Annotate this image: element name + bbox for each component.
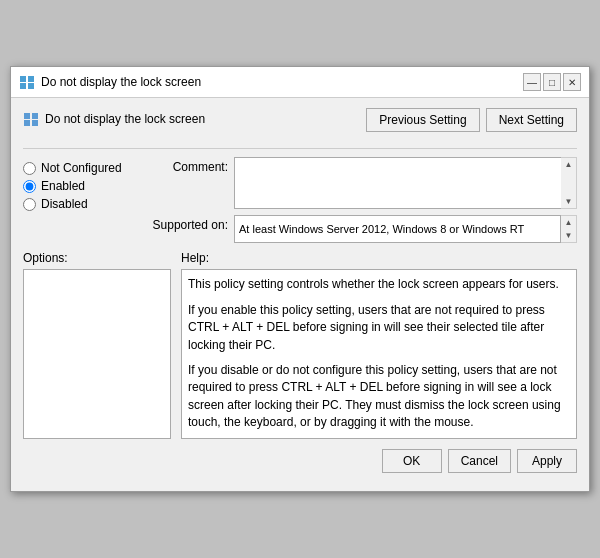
cancel-button[interactable]: Cancel	[448, 449, 511, 473]
form-section: Not Configured Enabled Disabled Comment:	[23, 157, 577, 243]
comment-label: Comment:	[143, 157, 228, 174]
help-para-2: If you enable this policy setting, users…	[188, 302, 570, 354]
title-bar-left: Do not display the lock screen	[19, 74, 201, 90]
options-textarea[interactable]	[23, 269, 171, 438]
close-button[interactable]: ✕	[563, 73, 581, 91]
enabled-radio[interactable]	[23, 180, 36, 193]
subtitle-text: Do not display the lock screen	[45, 112, 205, 126]
window-icon	[19, 74, 35, 90]
comment-row: Comment: ▲ ▼	[143, 157, 577, 209]
subtitle-row: Do not display the lock screen	[23, 111, 205, 127]
not-configured-label: Not Configured	[41, 161, 122, 175]
options-label: Options:	[23, 251, 171, 265]
help-para-3: If you disable or do not configure this …	[188, 362, 570, 432]
svg-rect-1	[28, 76, 34, 82]
disabled-label: Disabled	[41, 197, 88, 211]
supported-scroll-up[interactable]: ▲	[563, 216, 575, 229]
not-configured-radio[interactable]	[23, 162, 36, 175]
divider	[23, 148, 577, 149]
help-para-1: This policy setting controls whether the…	[188, 276, 570, 293]
svg-rect-5	[32, 113, 38, 119]
supported-scrollbar: ▲ ▼	[561, 215, 577, 243]
options-box: Options:	[23, 251, 171, 438]
title-bar: Do not display the lock screen — □ ✕	[11, 67, 589, 98]
enabled-label: Enabled	[41, 179, 85, 193]
window-title: Do not display the lock screen	[41, 75, 201, 89]
svg-rect-4	[24, 113, 30, 119]
supported-scroll-down[interactable]: ▼	[563, 229, 575, 242]
help-content: This policy setting controls whether the…	[181, 269, 577, 438]
next-setting-button[interactable]: Next Setting	[486, 108, 577, 132]
content-area: Do not display the lock screen Previous …	[11, 98, 589, 490]
supported-field: At least Windows Server 2012, Windows 8 …	[234, 215, 561, 243]
previous-setting-button[interactable]: Previous Setting	[366, 108, 479, 132]
svg-rect-6	[24, 120, 30, 126]
supported-label: Supported on:	[143, 215, 228, 232]
ok-button[interactable]: OK	[382, 449, 442, 473]
svg-rect-0	[20, 76, 26, 82]
comment-textarea-wrapper: ▲ ▼	[234, 157, 577, 209]
maximize-button[interactable]: □	[543, 73, 561, 91]
supported-row: Supported on: At least Windows Server 20…	[143, 215, 577, 243]
main-window: Do not display the lock screen — □ ✕ Do	[10, 66, 590, 491]
disabled-option[interactable]: Disabled	[23, 197, 133, 211]
setting-icon	[23, 111, 39, 127]
scroll-up-arrow[interactable]: ▲	[563, 158, 575, 171]
comment-textarea[interactable]	[234, 157, 561, 209]
title-controls: — □ ✕	[523, 73, 581, 91]
help-label: Help:	[181, 251, 577, 265]
comment-scrollbar: ▲ ▼	[561, 157, 577, 209]
svg-rect-2	[20, 83, 26, 89]
not-configured-option[interactable]: Not Configured	[23, 161, 133, 175]
scroll-down-arrow[interactable]: ▼	[563, 195, 575, 208]
supported-value: At least Windows Server 2012, Windows 8 …	[239, 222, 524, 236]
apply-button[interactable]: Apply	[517, 449, 577, 473]
bottom-buttons: OK Cancel Apply	[23, 449, 577, 481]
bottom-section: Options: Help: This policy setting contr…	[23, 251, 577, 438]
disabled-radio[interactable]	[23, 198, 36, 211]
help-box: Help: This policy setting controls wheth…	[181, 251, 577, 438]
radio-group: Not Configured Enabled Disabled	[23, 157, 133, 243]
svg-rect-3	[28, 83, 34, 89]
right-section: Comment: ▲ ▼ Supported on: At least	[143, 157, 577, 243]
minimize-button[interactable]: —	[523, 73, 541, 91]
top-buttons: Previous Setting Next Setting	[366, 108, 577, 132]
svg-rect-7	[32, 120, 38, 126]
enabled-option[interactable]: Enabled	[23, 179, 133, 193]
